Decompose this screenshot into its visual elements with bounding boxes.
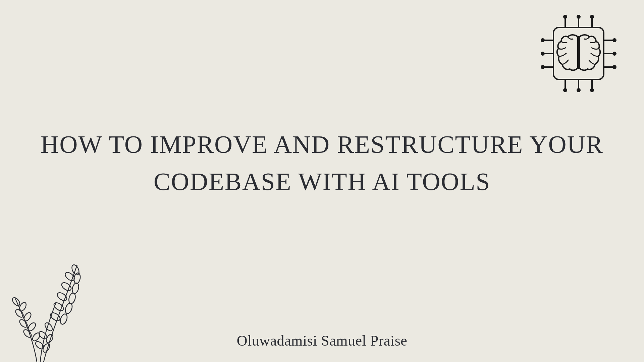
svg-point-34 [64, 302, 73, 314]
svg-point-28 [73, 273, 81, 284]
svg-point-31 [56, 291, 68, 302]
author-name: Oluwadamisi Samuel Praise [237, 332, 408, 349]
plant-branch-icon [10, 261, 104, 362]
svg-point-10 [577, 89, 580, 92]
svg-point-45 [44, 321, 54, 332]
svg-point-18 [541, 66, 544, 68]
svg-point-20 [613, 39, 616, 42]
svg-point-22 [613, 52, 616, 55]
svg-point-4 [577, 15, 580, 18]
svg-point-8 [564, 89, 567, 92]
svg-point-36 [59, 313, 68, 325]
svg-point-32 [68, 292, 76, 304]
brain-chip-icon [535, 13, 622, 94]
page-title: HOW TO IMPROVE AND RESTRUCTURE YOUR CODE… [32, 126, 612, 200]
svg-point-16 [541, 52, 544, 55]
svg-point-37 [11, 296, 21, 307]
svg-point-2 [564, 15, 567, 18]
svg-point-14 [541, 39, 544, 42]
svg-point-6 [591, 15, 593, 18]
svg-point-44 [31, 331, 41, 342]
svg-point-12 [591, 89, 593, 92]
svg-point-30 [71, 282, 80, 294]
svg-point-24 [613, 66, 616, 68]
